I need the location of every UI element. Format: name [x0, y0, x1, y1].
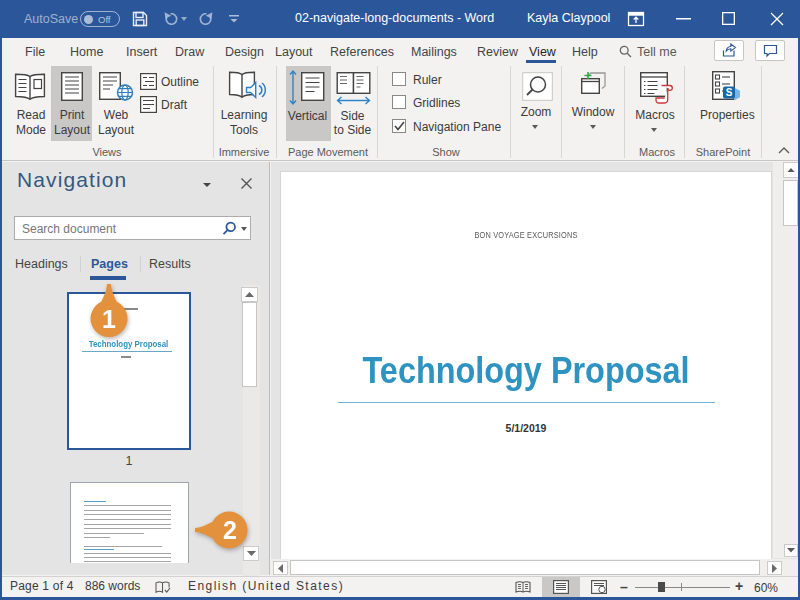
svg-text:2: 2: [223, 516, 237, 544]
svg-text:1: 1: [102, 305, 116, 333]
svg-text:S: S: [726, 87, 733, 98]
